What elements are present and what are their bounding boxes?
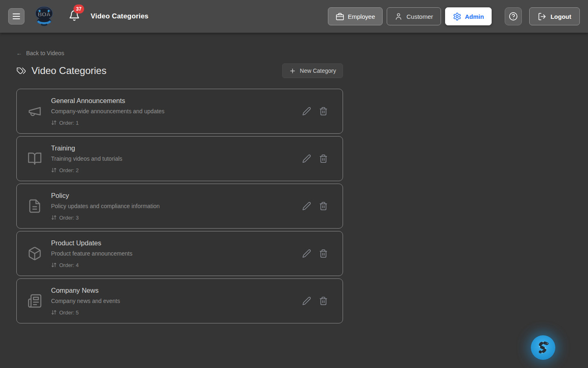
snake-assistant-fab[interactable] xyxy=(531,335,555,360)
category-order: Order: 2 xyxy=(51,167,122,173)
edit-category-button[interactable] xyxy=(302,106,312,116)
category-title: Product Updates xyxy=(51,239,132,247)
edit-category-button[interactable] xyxy=(302,249,312,258)
pencil-icon xyxy=(302,154,311,163)
newspaper-icon xyxy=(27,294,42,308)
delete-category-button[interactable] xyxy=(319,106,329,116)
user-icon xyxy=(394,12,403,20)
package-icon xyxy=(27,246,42,261)
logout-label: Logout xyxy=(550,13,571,20)
svg-text:BOA: BOA xyxy=(38,11,50,18)
role-button-employee[interactable]: Employee xyxy=(328,7,383,25)
category-description: Training videos and tutorials xyxy=(51,155,122,162)
trash-icon xyxy=(319,202,328,211)
trash-icon xyxy=(319,107,328,116)
category-title: Company News xyxy=(51,287,120,294)
page-title: Video Categories xyxy=(16,65,107,76)
delete-category-button[interactable] xyxy=(319,201,329,211)
delete-category-button[interactable] xyxy=(319,296,329,306)
briefcase-icon xyxy=(336,12,344,21)
category-card-training[interactable]: Training Training videos and tutorials O… xyxy=(16,136,343,181)
hamburger-icon xyxy=(13,13,20,14)
question-circle-icon xyxy=(508,11,518,21)
back-to-videos-link[interactable]: ← Back to Videos xyxy=(16,50,64,56)
menu-button[interactable] xyxy=(8,8,24,25)
boa-logo: BOA xyxy=(33,5,55,27)
category-description: Product feature announcements xyxy=(51,250,132,257)
notification-badge: 37 xyxy=(74,4,84,13)
edit-category-button[interactable] xyxy=(302,296,312,306)
app-title: Video Categories xyxy=(91,12,149,20)
category-card-policy[interactable]: Policy Policy updates and compliance inf… xyxy=(16,184,343,229)
role-button-customer[interactable]: Customer xyxy=(387,7,441,25)
arrow-left-icon: ← xyxy=(16,50,22,56)
snake-icon xyxy=(535,339,552,356)
main-content: ← Back to Videos Video Categories New Ca… xyxy=(0,33,588,323)
pencil-icon xyxy=(302,107,311,116)
category-description: Company news and events xyxy=(51,298,120,304)
trash-icon xyxy=(319,154,328,163)
trash-icon xyxy=(319,296,328,305)
pencil-icon xyxy=(302,249,311,258)
edit-category-button[interactable] xyxy=(302,154,312,164)
category-order: Order: 1 xyxy=(51,120,165,126)
notifications-button[interactable]: 37 xyxy=(69,9,81,23)
logout-icon xyxy=(538,12,546,21)
delete-category-button[interactable] xyxy=(319,154,329,164)
gear-icon xyxy=(453,12,461,21)
tags-icon xyxy=(16,66,26,76)
edit-category-button[interactable] xyxy=(302,201,312,211)
category-list: General Announcements Company-wide annou… xyxy=(16,89,588,323)
arrow-down-up-icon xyxy=(51,120,57,126)
role-label: Employee xyxy=(348,13,375,20)
category-title: General Announcements xyxy=(51,97,165,105)
category-description: Company-wide announcements and updates xyxy=(51,108,165,114)
header-actions: Employee Customer Admin xyxy=(324,7,580,25)
logout-button[interactable]: Logout xyxy=(529,7,580,25)
book-open-icon xyxy=(27,151,42,166)
pencil-icon xyxy=(302,296,311,305)
role-label: Admin xyxy=(465,13,484,20)
category-title: Training xyxy=(51,144,122,152)
new-category-button[interactable]: New Category xyxy=(282,63,343,78)
megaphone-icon xyxy=(27,104,42,119)
category-card-product-updates[interactable]: Product Updates Product feature announce… xyxy=(16,231,343,276)
heading-row: Video Categories New Category xyxy=(16,63,343,78)
arrow-down-up-icon xyxy=(51,262,57,268)
pencil-icon xyxy=(302,202,311,211)
category-title: Policy xyxy=(51,192,160,200)
arrow-down-up-icon xyxy=(51,310,57,315)
delete-category-button[interactable] xyxy=(319,249,329,258)
category-order: Order: 3 xyxy=(51,215,160,221)
category-description: Policy updates and compliance informatio… xyxy=(51,203,160,209)
category-card-general-announcements[interactable]: General Announcements Company-wide annou… xyxy=(16,89,343,134)
arrow-down-up-icon xyxy=(51,167,57,173)
plus-icon xyxy=(289,67,296,74)
top-bar: BOA 37 Video Categories Employee Custome… xyxy=(0,0,588,33)
file-text-icon xyxy=(27,199,42,213)
category-order: Order: 5 xyxy=(51,310,120,316)
arrow-down-up-icon xyxy=(51,215,57,220)
trash-icon xyxy=(319,249,328,258)
role-button-admin[interactable]: Admin xyxy=(445,7,492,25)
role-label: Customer xyxy=(406,13,433,20)
category-card-company-news[interactable]: Company News Company news and events Ord… xyxy=(16,278,343,323)
category-order: Order: 4 xyxy=(51,262,132,268)
help-button[interactable] xyxy=(505,7,522,25)
